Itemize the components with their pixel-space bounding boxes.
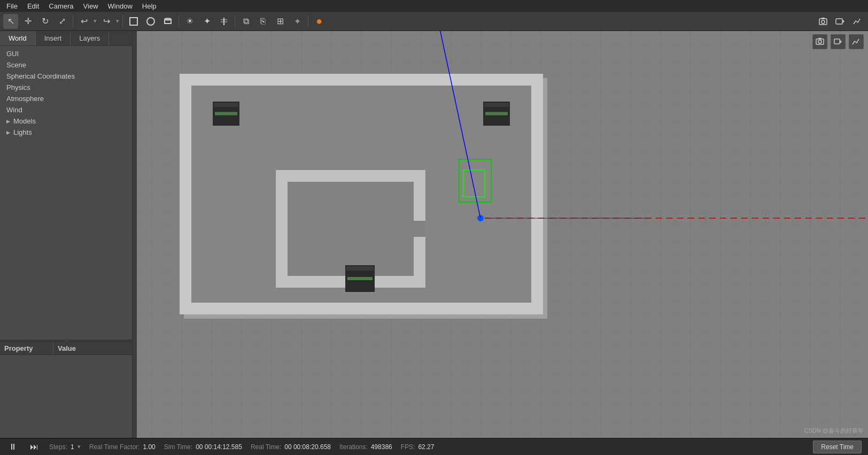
cylinder-shape-btn[interactable] bbox=[160, 14, 175, 29]
svg-marker-11 bbox=[843, 20, 844, 23]
svg-rect-15 bbox=[834, 39, 840, 44]
realtime-label: Real Time Factor: bbox=[89, 443, 140, 451]
fps-item: FPS: 62.27 bbox=[401, 443, 435, 451]
tab-layers[interactable]: Layers bbox=[71, 31, 109, 45]
translate-tool-btn[interactable]: ✛ bbox=[20, 14, 35, 29]
rotate-tool-btn[interactable]: ↻ bbox=[37, 14, 52, 29]
menu-camera[interactable]: Camera bbox=[44, 1, 78, 11]
fps-value: 62.27 bbox=[418, 443, 434, 451]
align-btn[interactable]: ⊞ bbox=[273, 14, 288, 29]
menu-window[interactable]: Window bbox=[104, 1, 137, 11]
tree-item-physics[interactable]: Physics bbox=[0, 82, 132, 93]
orange-object-btn[interactable]: ● bbox=[312, 14, 327, 29]
sep3 bbox=[179, 15, 179, 28]
simtime-label: Sim Time: bbox=[164, 443, 192, 451]
tree-item-spherical[interactable]: Spherical Coordinates bbox=[0, 71, 132, 82]
status-bar: ⏸ ⏭ Steps: 1 ▾ Real Time Factor: 1.00 Si… bbox=[0, 438, 868, 455]
sphere-shape-btn[interactable] bbox=[143, 14, 158, 29]
fps-label: FPS: bbox=[401, 443, 415, 451]
realtime-item: Real Time Factor: 1.00 bbox=[89, 443, 156, 451]
tree-item-scene[interactable]: Scene bbox=[0, 59, 132, 71]
steps-dropdown[interactable]: ▾ bbox=[78, 443, 81, 450]
tree-item-gui[interactable]: GUI bbox=[0, 48, 132, 59]
menu-file[interactable]: File bbox=[2, 1, 22, 11]
menu-help[interactable]: Help bbox=[138, 1, 161, 11]
record-btn[interactable] bbox=[833, 14, 848, 29]
sep1 bbox=[73, 15, 73, 28]
menu-edit[interactable]: Edit bbox=[23, 1, 43, 11]
svg-rect-14 bbox=[818, 38, 821, 39]
properties-header: Property Value bbox=[0, 342, 132, 355]
simtime-value: 00 00:14:12.585 bbox=[196, 443, 242, 451]
svg-point-1 bbox=[147, 18, 154, 25]
tree-item-wind-label: Wind bbox=[6, 106, 22, 114]
tree-item-lights[interactable]: Lights bbox=[0, 127, 132, 138]
tree-item-wind[interactable]: Wind bbox=[0, 104, 132, 115]
viewport-topright bbox=[812, 34, 864, 49]
tab-world[interactable]: World bbox=[0, 31, 36, 45]
simtime-item: Sim Time: 00 00:14:12.585 bbox=[164, 443, 242, 451]
sep5 bbox=[308, 15, 308, 28]
watermark: CSDN @奋斗的好青年 bbox=[804, 427, 864, 435]
copy-btn[interactable]: ⧉ bbox=[238, 14, 253, 29]
horizontal-resize-handle[interactable]: ⋮ bbox=[133, 31, 137, 438]
viewport-canvas bbox=[137, 31, 868, 438]
realtime2-value: 00 00:08:20.658 bbox=[284, 443, 331, 451]
spot-light-btn[interactable] bbox=[216, 14, 231, 29]
snap-btn[interactable]: ⌖ bbox=[290, 14, 305, 29]
vp-record-btn[interactable] bbox=[831, 34, 846, 49]
sep4 bbox=[235, 15, 235, 28]
world-tabs: World Insert Layers bbox=[0, 31, 132, 46]
svg-rect-0 bbox=[130, 18, 137, 25]
steps-value: 1 bbox=[71, 443, 74, 451]
svg-marker-16 bbox=[840, 40, 842, 43]
value-col-header: Value bbox=[53, 342, 132, 354]
screenshot-btn[interactable] bbox=[816, 14, 831, 29]
realtime-value: 1.00 bbox=[143, 443, 155, 451]
iterations-item: Iterations: 498386 bbox=[339, 443, 392, 451]
redo-btn[interactable]: ↪ bbox=[99, 14, 114, 29]
select-tool-btn[interactable]: ↖ bbox=[3, 14, 18, 29]
vp-plot-btn[interactable] bbox=[849, 34, 864, 49]
iterations-value: 498386 bbox=[371, 443, 392, 451]
svg-rect-9 bbox=[821, 18, 825, 19]
vp-screenshot-btn[interactable] bbox=[812, 34, 827, 49]
tree-item-spherical-label: Spherical Coordinates bbox=[6, 72, 75, 80]
paste-btn[interactable]: ⎘ bbox=[255, 14, 270, 29]
iterations-label: Iterations: bbox=[339, 443, 368, 451]
tab-insert[interactable]: Insert bbox=[36, 31, 71, 45]
point-light-btn[interactable]: ✦ bbox=[199, 14, 214, 29]
plot-btn[interactable] bbox=[850, 14, 865, 29]
tree-item-models[interactable]: Models bbox=[0, 115, 132, 127]
tree-item-lights-label: Lights bbox=[13, 128, 32, 136]
menu-bar: File Edit Camera View Window Help bbox=[0, 0, 868, 12]
tree-item-atmosphere[interactable]: Atmosphere bbox=[0, 93, 132, 104]
viewport[interactable]: CSDN @奋斗的好青年 bbox=[137, 31, 868, 438]
tree-item-scene-label: Scene bbox=[6, 61, 26, 69]
pause-button[interactable]: ⏸ bbox=[6, 441, 19, 453]
steps-label: Steps: bbox=[49, 443, 67, 451]
realtime2-item: Real Time: 00 00:08:20.658 bbox=[251, 443, 331, 451]
box-shape-btn[interactable] bbox=[126, 14, 141, 29]
svg-point-13 bbox=[818, 40, 821, 43]
next-step-button[interactable]: ⏭ bbox=[28, 441, 41, 453]
steps-item: Steps: 1 ▾ bbox=[49, 443, 81, 451]
realtime2-label: Real Time: bbox=[251, 443, 281, 451]
left-panel: World Insert Layers GUI Scene Spherical … bbox=[0, 31, 133, 438]
tree-item-gui-label: GUI bbox=[6, 50, 19, 58]
main-area: World Insert Layers GUI Scene Spherical … bbox=[0, 31, 868, 438]
svg-rect-10 bbox=[836, 19, 842, 24]
property-col-header: Property bbox=[0, 342, 53, 354]
sun-light-btn[interactable]: ☀ bbox=[182, 14, 197, 29]
reset-time-button[interactable]: Reset Time bbox=[813, 441, 862, 453]
tree-item-physics-label: Physics bbox=[6, 83, 30, 91]
toolbar: ↖ ✛ ↻ ⤢ ↩ ▾ ↪ ▾ ☀ ✦ ⧉ ⎘ ⊞ ⌖ ● bbox=[0, 12, 868, 31]
tree-item-models-label: Models bbox=[13, 117, 36, 125]
properties-panel: Property Value bbox=[0, 342, 132, 438]
menu-view[interactable]: View bbox=[79, 1, 103, 11]
scale-tool-btn[interactable]: ⤢ bbox=[55, 14, 69, 29]
tree-item-atmosphere-label: Atmosphere bbox=[6, 95, 44, 103]
svg-point-8 bbox=[821, 20, 825, 24]
sep2 bbox=[122, 15, 123, 28]
undo-btn[interactable]: ↩ bbox=[76, 14, 91, 29]
